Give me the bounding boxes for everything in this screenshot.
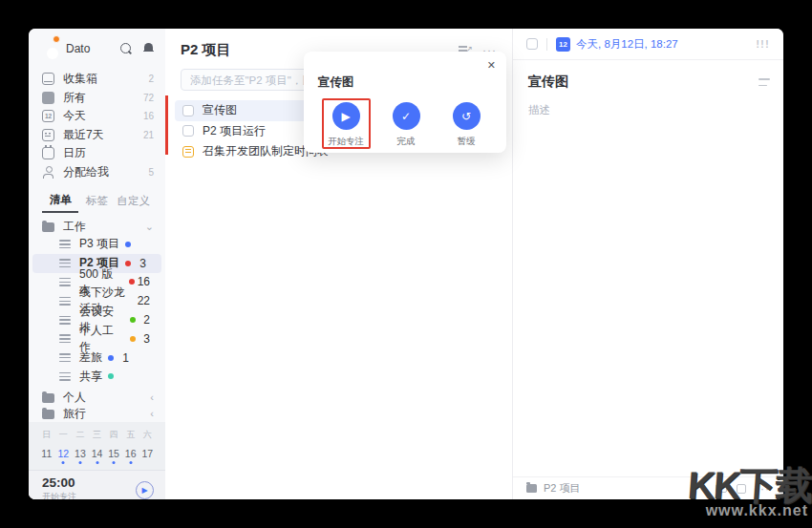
description-placeholder[interactable]: 描述: [528, 103, 770, 117]
next7days-icon: [42, 129, 54, 141]
day-dot: [146, 461, 149, 464]
list-label: 差旅: [79, 349, 102, 366]
detail-task-title[interactable]: 宣传图: [528, 74, 759, 91]
complete-button[interactable]: ✓ 完成: [380, 102, 432, 148]
sidebar-item-shared[interactable]: 共享: [32, 368, 161, 387]
sidebar-item-business-trip[interactable]: 差旅 1: [32, 348, 161, 368]
calendar-day[interactable]: 17: [139, 448, 156, 464]
list-label: 共享: [79, 369, 102, 385]
sidebar-item-all[interactable]: 所有 72: [29, 89, 165, 108]
comment-icon[interactable]: [716, 484, 727, 493]
day-dot: [96, 461, 98, 464]
sidebar-header-icons: [120, 43, 154, 54]
calendar-day[interactable]: 16: [122, 448, 139, 464]
postpone-button[interactable]: ↺ 暂缓: [440, 102, 492, 148]
attachment-icon[interactable]: [737, 484, 746, 494]
task-checkbox[interactable]: [182, 125, 194, 137]
date-badge-icon: 12: [556, 37, 570, 52]
day-dot: [62, 461, 65, 464]
detail-footer-icons: ···: [716, 484, 770, 494]
tab-lists[interactable]: 清单: [42, 193, 78, 213]
sidebar-item-assigned-to-me[interactable]: 分配给我 5: [29, 163, 165, 182]
due-date-text[interactable]: 今天, 8月12日, 18:27: [576, 37, 757, 52]
sidebar-item-p3-project[interactable]: P3 项目: [32, 235, 161, 254]
calendar-date-row: 11 12 13 14 15 16 17: [38, 448, 156, 464]
more-icon[interactable]: ···: [756, 486, 770, 492]
calendar-weekday-row: 日 一 二 三 四 五 六: [38, 429, 156, 448]
folder-travel[interactable]: 旅行 ‹: [29, 406, 165, 422]
color-dot: [125, 242, 131, 247]
tab-tags[interactable]: 标签: [78, 194, 115, 212]
focus-dialog: ✕ 宣传图 ▶ 开始专注 ✓ 完成 ↺ 暂缓: [304, 52, 506, 153]
day-dot: [45, 461, 48, 464]
calendar-day[interactable]: 14: [89, 448, 106, 464]
folder-work[interactable]: 工作 ⌄: [29, 219, 165, 235]
weekday-label: 二: [72, 429, 89, 448]
calendar-day[interactable]: 13: [72, 448, 89, 464]
list-icon: [59, 316, 71, 325]
folder-personal[interactable]: 个人 ‹: [29, 390, 165, 406]
calendar-day[interactable]: 15: [105, 448, 122, 464]
task-title: 宣传图: [203, 102, 237, 118]
calendar-day[interactable]: 11: [38, 448, 55, 464]
annotation-red-line: [165, 95, 168, 155]
close-icon[interactable]: ✕: [487, 59, 496, 72]
tab-custom[interactable]: 自定义: [116, 194, 152, 212]
chevron-collapse-icon[interactable]: ‹: [150, 392, 154, 403]
detail-checkbox[interactable]: [526, 38, 538, 50]
weekday-label: 三: [89, 429, 106, 448]
item-count: 72: [143, 93, 154, 103]
sidebar-item-next7days[interactable]: 最近7天 21: [29, 126, 165, 145]
notification-badge: [53, 35, 60, 43]
dialog-title: 宣传图: [318, 74, 354, 91]
list-icon: [59, 372, 71, 381]
inbox-icon: [42, 73, 54, 85]
chevron-collapse-icon[interactable]: ‹: [150, 409, 154, 419]
chevron-down-icon[interactable]: ⌄: [145, 222, 154, 232]
folder-label: 工作: [63, 219, 145, 235]
project-name[interactable]: P2 项目: [544, 481, 581, 496]
action-label: 暂缓: [440, 136, 492, 148]
sidebar-item-label: 今天: [63, 108, 143, 124]
day-dot: [113, 461, 116, 464]
timer-play-button[interactable]: ▶: [136, 481, 154, 499]
list-icon: [59, 297, 71, 306]
folder-label: 个人: [63, 390, 150, 406]
project-icon: [526, 484, 537, 493]
task-checkbox[interactable]: [182, 105, 194, 116]
sidebar-item-personal-work[interactable]: 个人工作 3: [32, 329, 161, 348]
weekday-label: 六: [139, 429, 156, 448]
mini-calendar: 日 一 二 三 四 五 六 11 12 13 14 15 16 17: [29, 422, 165, 470]
list-label: P3 项目: [79, 236, 119, 252]
timer-time: 25:00: [42, 476, 76, 491]
list-icon: [59, 278, 71, 286]
weekday-label: 四: [105, 429, 122, 448]
action-label: 完成: [380, 136, 432, 148]
search-icon[interactable]: [120, 43, 132, 54]
sidebar-item-today[interactable]: 12 今天 16: [29, 107, 165, 126]
item-count: 2: [148, 74, 154, 84]
start-focus-button[interactable]: ▶ 开始专注: [320, 102, 372, 148]
sidebar-item-calendar[interactable]: 日历: [29, 144, 165, 163]
calendar-day-today[interactable]: 12: [55, 448, 73, 464]
sidebar-item-inbox[interactable]: 收集箱 2: [29, 70, 165, 89]
item-count: 16: [143, 111, 154, 121]
outline-icon[interactable]: [759, 78, 770, 86]
sidebar-item-label: 所有: [63, 90, 143, 106]
timer-text: 25:00 开始专注: [42, 476, 76, 499]
today-icon: 12: [42, 110, 54, 122]
item-count: 22: [138, 294, 150, 307]
color-dot: [108, 373, 114, 379]
list-icon: [59, 240, 71, 248]
detail-footer: P2 项目 ···: [513, 476, 783, 499]
bell-icon[interactable]: [143, 43, 154, 54]
action-label: 开始专注: [320, 136, 372, 148]
avatar[interactable]: [38, 38, 58, 58]
item-count: 2: [136, 313, 151, 327]
sidebar-item-label: 收集箱: [63, 71, 148, 87]
priority-icon[interactable]: !!!: [757, 39, 771, 50]
app-window: Dato 收集箱 2 所有 72 12: [29, 29, 783, 499]
item-count: 3: [136, 332, 151, 346]
list-icon: [59, 353, 71, 362]
list-icon: [59, 259, 71, 267]
